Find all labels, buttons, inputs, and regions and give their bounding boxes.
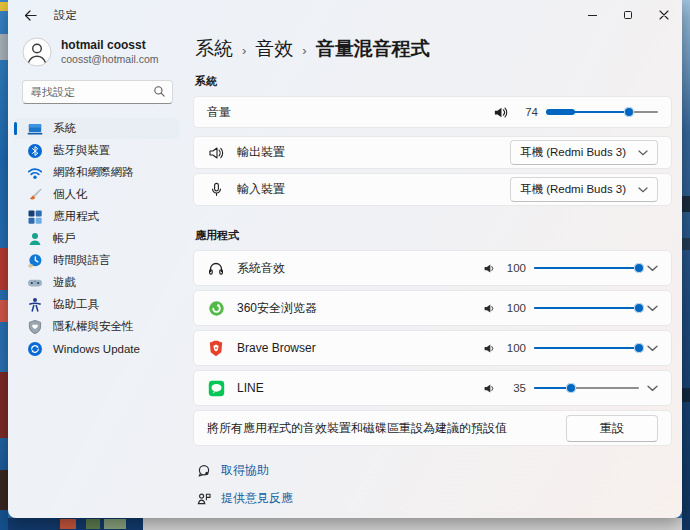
bluetooth-icon [27,143,43,159]
breadcrumb-sound[interactable]: 音效 [255,36,293,62]
slider-thumb[interactable] [566,383,576,393]
volume-label: 音量 [207,104,231,121]
slider-fill [534,307,639,309]
minimize-button[interactable] [574,0,610,30]
sidebar-item-label: 個人化 [53,187,88,202]
sidebar-item-apps[interactable]: 應用程式 [14,206,179,227]
sidebar-item-bluetooth-devices[interactable]: 藍牙與裝置 [14,140,179,161]
settings-window: 設定 hotmail coosst [8,0,682,518]
window-title: 設定 [54,8,77,23]
app-volume-row-brave: Brave Browser 100 [193,330,672,366]
account-card[interactable]: hotmail coosst coosst@hotmail.com [22,37,173,67]
speaker-icon [483,262,496,275]
app-name: 360安全浏览器 [237,300,317,317]
app-name: Brave Browser [237,341,316,355]
slider-thumb[interactable] [634,263,644,273]
paintbrush-icon [27,187,43,203]
get-help-label: 取得協助 [221,462,269,479]
headphones-icon [207,259,225,277]
back-button[interactable] [16,4,44,26]
reset-description: 將所有應用程式的音效裝置和磁碟區重設為建議的預設值 [207,420,507,437]
volume-value: 74 [516,106,538,118]
shield-icon [27,319,43,335]
desktop-wallpaper-right-strip [682,0,690,530]
system-icon [27,121,43,137]
app-volume-value: 100 [504,302,526,314]
chevron-down-icon [638,150,648,156]
output-device-row: 輸出裝置 耳機 (Redmi Buds 3) [193,136,672,169]
app-volume-value: 100 [504,342,526,354]
sidebar-item-gaming[interactable]: 遊戲 [14,272,179,293]
clock-icon [27,253,43,269]
speaker-icon [483,382,496,395]
account-email: coosst@hotmail.com [61,53,159,66]
sidebar-item-windows-update[interactable]: Windows Update [14,338,179,359]
avatar [22,37,52,67]
expand-chevron-icon[interactable] [647,345,658,352]
sidebar-item-personalization[interactable]: 個人化 [14,184,179,205]
slider-thumb[interactable] [634,303,644,313]
slider-fill [534,347,639,349]
speaker-icon [493,105,508,120]
screen: 設定 hotmail coosst [0,0,690,530]
input-device-dropdown[interactable]: 耳機 (Redmi Buds 3) [510,177,658,202]
sidebar-nav: 系統 藍牙與裝置 網路和網際網路 [8,117,185,360]
reset-row: 將所有應用程式的音效裝置和磁碟區重設為建議的預設值 重設 [193,410,672,446]
search-icon [153,85,166,98]
app-volume-row-360-browser: 360安全浏览器 100 [193,290,672,326]
help-icon [197,464,211,478]
titlebar: 設定 [8,0,682,30]
input-device-value: 耳機 (Redmi Buds 3) [520,182,626,197]
sidebar-item-privacy-security[interactable]: 隱私權與安全性 [14,316,179,337]
app-volume-slider[interactable] [534,302,639,314]
sidebar-item-system[interactable]: 系統 [14,118,179,139]
main-content: 系統 › 音效 › 音量混音程式 系統 音量 74 [185,30,682,518]
close-button[interactable] [646,0,682,30]
expand-chevron-icon[interactable] [647,265,658,272]
sidebar-item-label: 時間與語言 [53,253,111,268]
slider-thumb[interactable] [624,107,634,117]
search-box[interactable] [22,80,173,104]
360-browser-icon [207,299,225,317]
give-feedback-link[interactable]: 提供意見反應 [197,490,672,507]
sidebar-item-label: 應用程式 [53,209,99,224]
apps-icon [27,209,43,225]
sidebar: hotmail coosst coosst@hotmail.com 系統 [8,30,185,518]
account-name: hotmail coosst [61,38,159,53]
audio-level-meter [546,109,575,115]
app-volume-slider[interactable] [534,342,639,354]
sidebar-item-label: 網路和網際網路 [53,165,134,180]
system-section-label: 系統 [195,74,672,89]
get-help-link[interactable]: 取得協助 [197,462,672,479]
sidebar-item-time-language[interactable]: 時間與語言 [14,250,179,271]
sidebar-item-label: 帳戶 [53,231,76,246]
desktop-wallpaper-bottom-strip [8,518,682,530]
expand-chevron-icon[interactable] [647,305,658,312]
output-device-dropdown[interactable]: 耳機 (Redmi Buds 3) [510,140,658,165]
speaker-icon [483,302,496,315]
reset-button[interactable]: 重設 [566,415,658,442]
maximize-icon [624,11,632,19]
slider-thumb[interactable] [634,343,644,353]
sidebar-item-label: Windows Update [53,343,140,355]
feedback-icon [197,492,211,506]
app-volume-slider[interactable] [534,262,639,274]
line-app-icon [207,379,225,397]
sidebar-item-accounts[interactable]: 帳戶 [14,228,179,249]
output-device-label: 輸出裝置 [237,144,285,161]
selection-indicator [14,122,17,135]
app-volume-slider[interactable] [534,382,639,394]
search-input[interactable] [22,80,173,104]
accessibility-person-icon [27,297,43,313]
app-volume-value: 35 [504,382,526,394]
maximize-button[interactable] [610,0,646,30]
expand-chevron-icon[interactable] [647,385,658,392]
sidebar-item-label: 藍牙與裝置 [53,143,111,158]
sidebar-item-network-internet[interactable]: 網路和網際網路 [14,162,179,183]
sidebar-item-accessibility[interactable]: 協助工具 [14,294,179,315]
master-volume-slider[interactable] [546,106,658,118]
chevron-down-icon [638,187,648,193]
footer-links: 取得協助 提供意見反應 [197,462,672,507]
breadcrumb-system[interactable]: 系統 [195,36,233,62]
sidebar-item-label: 系統 [53,121,76,136]
